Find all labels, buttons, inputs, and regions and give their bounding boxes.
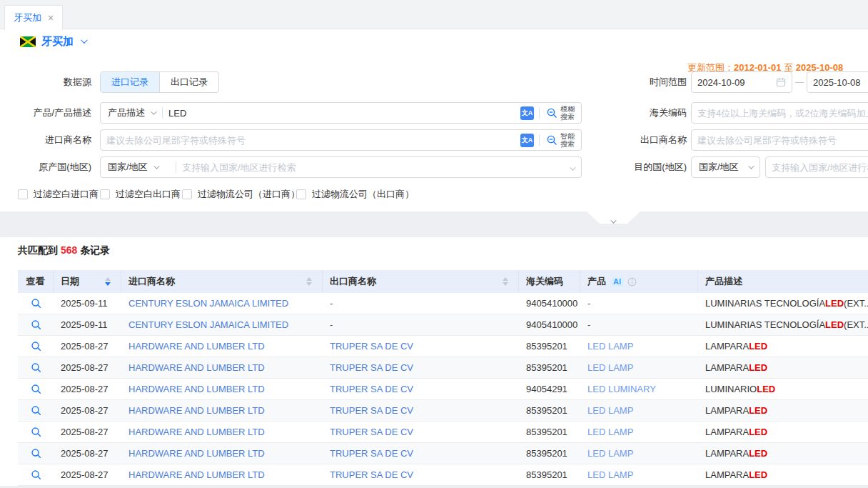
view-record-button[interactable] [18,464,54,485]
tab-export-records[interactable]: 出口记录 [159,72,218,92]
product-link[interactable]: LED LAMP [587,448,633,459]
importer-link[interactable]: HARDWARE AND LUMBER LTD [128,341,265,352]
results-count: 共匹配到568条记录 [18,244,110,257]
destination-country-input-box [765,156,868,178]
exporter-link[interactable]: TRUPER SA DE CV [330,341,413,352]
sort-desc-icon [105,282,111,286]
column-header-description: 产品描述 [698,270,868,293]
product-label: 产品/产品描述 [0,102,91,124]
destination-country-input[interactable] [766,157,868,177]
tab-import-records[interactable]: 进口记录 [101,72,159,92]
description-text: LAMPARA [705,427,749,437]
translate-icon[interactable]: 文A [520,134,534,147]
translate-icon[interactable]: 文A [520,106,534,120]
description-cell: LAMPARA LED [698,336,868,357]
view-record-button[interactable] [18,357,54,378]
date-cell: 2025-09-11 [54,293,121,314]
magnifier-icon [31,298,41,309]
importer-input[interactable] [101,130,515,150]
importer-link[interactable]: CENTURY ESLON JAMAICA LIMITED [128,319,288,330]
importer-link[interactable]: HARDWARE AND LUMBER LTD [128,405,265,416]
product-link[interactable]: LED LAMP [587,469,633,480]
exporter-link[interactable]: - [330,319,333,330]
view-record-button[interactable] [18,293,54,314]
smart-search-button[interactable]: 智能搜索 [540,132,581,148]
sort-control[interactable] [503,277,518,286]
importer-link[interactable]: HARDWARE AND LUMBER LTD [128,384,265,394]
product-link[interactable]: LED LAMP [587,427,633,437]
sort-desc-icon [306,282,312,286]
chevron-down-icon [610,214,615,226]
description-text: (EXT... [844,319,868,330]
filter-logistics-importer-checkbox[interactable]: 过滤物流公司（进口商） [182,188,300,201]
info-icon[interactable] [627,277,637,287]
product-link[interactable]: LED LUMINARY [587,384,656,394]
exporter-link[interactable]: TRUPER SA DE CV [330,469,413,480]
destination-country-type-select[interactable]: 国家/地区 [692,157,760,177]
view-record-button[interactable] [18,379,54,399]
exporter-label: 出口商名称 [595,129,687,151]
exporter-link[interactable]: TRUPER SA DE CV [330,405,413,416]
view-record-button[interactable] [18,314,54,335]
sort-control[interactable] [105,277,121,286]
exporter-link[interactable]: TRUPER SA DE CV [330,362,413,373]
product-link[interactable]: - [587,298,590,309]
table-row: 2025-08-27 HARDWARE AND LUMBER LTD TRUPE… [18,379,868,400]
country-selector[interactable]: 牙买加 [20,35,86,49]
product-link[interactable]: - [587,319,590,330]
sort-control[interactable] [306,277,322,286]
importer-link[interactable]: HARDWARE AND LUMBER LTD [128,362,265,373]
fuzzy-search-text: 模糊搜索 [560,105,575,121]
importer-link[interactable]: HARDWARE AND LUMBER LTD [128,469,265,480]
exporter-link[interactable]: - [330,298,333,309]
product-link[interactable]: LED LAMP [587,362,633,373]
hs-code-cell: 94054291 [519,379,580,399]
view-record-button[interactable] [18,422,54,442]
column-header-view: 查看 [18,270,54,293]
column-header-date[interactable]: 日期 [54,270,121,293]
filter-blank-importer-checkbox[interactable]: 过滤空白进口商 [18,188,99,201]
data-source-switch: 进口记录 出口记录 [100,71,219,93]
product-link[interactable]: LED LAMP [587,405,633,416]
hs-code-cell: 85395201 [519,443,580,464]
description-text: (EXT... [844,298,868,309]
origin-country-input[interactable] [176,157,570,177]
filter-blank-exporter-checkbox[interactable]: 过滤空白出口商 [100,188,181,201]
column-header-label: 产品 [587,275,606,288]
view-record-button[interactable] [18,336,54,357]
filter-logistics-exporter-checkbox[interactable]: 过滤物流公司（出口商） [296,188,414,201]
date-cell: 2025-08-27 [54,400,121,421]
close-icon[interactable]: × [48,13,54,23]
tab-jamaica[interactable]: 牙买加 × [4,5,63,30]
date-end-input[interactable] [807,72,868,92]
date-range-separator: — [794,71,805,93]
product-link[interactable]: LED LAMP [587,341,633,352]
view-record-button[interactable] [18,443,54,464]
description-highlight: LED [757,384,775,394]
hs-code-cell: 85395201 [519,336,580,357]
description-text: LAMPARA [705,362,749,373]
description-cell: LUMINARIAS TECNOLOGÍA LED (EXT... [698,293,868,314]
destination-country-label: 目的国(地区) [595,156,687,178]
product-search-input[interactable] [163,103,515,123]
importer-link[interactable]: HARDWARE AND LUMBER LTD [128,427,265,437]
time-range-label: 时间范围 [595,71,687,93]
chevron-down-icon[interactable] [570,161,574,174]
importer-link[interactable]: HARDWARE AND LUMBER LTD [128,448,265,459]
exporter-link[interactable]: TRUPER SA DE CV [330,427,413,437]
importer-link[interactable]: CENTURY ESLON JAMAICA LIMITED [128,298,288,309]
view-record-button[interactable] [18,400,54,421]
column-header-exporter[interactable]: 出口商名称 [323,270,519,293]
hs-code-input[interactable] [692,103,868,123]
origin-country-type-select[interactable]: 国家/地区 [101,157,176,177]
date-start-input[interactable] [692,72,776,92]
description-cell: LAMPARA LED [698,357,868,378]
exporter-link[interactable]: TRUPER SA DE CV [330,384,413,394]
exporter-input[interactable] [692,130,868,150]
column-header-importer[interactable]: 进口商名称 [121,270,323,293]
exporter-link[interactable]: TRUPER SA DE CV [330,448,413,459]
count-prefix: 共匹配到 [18,244,58,256]
fuzzy-search-button[interactable]: 模糊搜索 [540,105,581,121]
product-type-select[interactable]: 产品描述 [101,103,162,123]
count-suffix: 条记录 [80,244,110,256]
